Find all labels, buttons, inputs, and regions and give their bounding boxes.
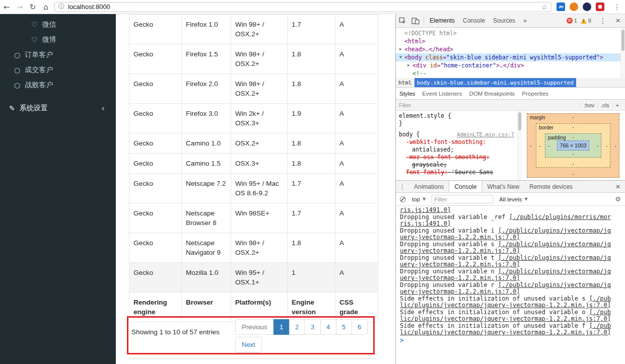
console-message: Dropping unused variable n [./public/plu…	[400, 268, 612, 282]
drawer-tab-animations[interactable]: Animations	[409, 181, 449, 192]
scrollbar-thumb[interactable]	[621, 30, 624, 51]
message-text: Dropping unused variable n	[400, 268, 498, 275]
console-message: Side effects in initialization of unused…	[400, 323, 612, 336]
console-prompt[interactable]: >	[400, 337, 612, 344]
dom-tree-line[interactable]: <html>	[396, 37, 625, 45]
drawer-tab-what-s-new[interactable]: What's New	[482, 181, 524, 192]
new-style-rule-icon[interactable]: +	[612, 102, 622, 108]
devtools-tab-elements[interactable]: Elements	[426, 14, 459, 28]
forward-icon[interactable]: →	[13, 3, 26, 12]
chevron-down-icon: ▼	[423, 197, 426, 201]
boxmodel-value: -	[572, 151, 574, 157]
pagination-page-4[interactable]: 4	[320, 319, 336, 335]
box-model-padding[interactable]: padding 766 × 1003 ----	[545, 133, 601, 158]
tree-arrow-icon[interactable]: ▶	[406, 61, 411, 69]
message-source-link[interactable]: ris.js:1491,0]	[400, 206, 451, 213]
table-cell: 1.7	[288, 203, 335, 233]
sidebar-item-settings[interactable]: ✎ 系统设置 ‹	[0, 100, 116, 117]
devtools-menu-icon[interactable]: ⋮	[595, 17, 611, 25]
code-segment: "skin-blue sidebar-mini wysihtml5-suppor…	[446, 54, 600, 61]
box-model-content[interactable]: 766 × 1003	[557, 140, 589, 151]
stylesheet-link[interactable]: AdminLTE.min.css:7	[457, 131, 514, 138]
extension-orange-icon[interactable]	[570, 3, 578, 11]
error-badge[interactable]: ✕ 1	[567, 18, 577, 24]
extension-red-icon[interactable]	[596, 3, 604, 11]
dom-tree-line[interactable]: ▶<div id="home-container">…</div>	[396, 61, 625, 69]
sidebar-item-label: 微信	[42, 20, 56, 29]
bookmark-star-icon[interactable]: ☆	[541, 3, 547, 11]
console-filter-input[interactable]: Filter	[432, 195, 493, 203]
sidebar-item[interactable]: ♡微信	[0, 17, 116, 32]
dom-tree-line[interactable]: <!--	[396, 69, 625, 78]
toggle-hover-state[interactable]: :hov	[580, 102, 597, 108]
more-tabs-icon[interactable]: »	[519, 14, 531, 28]
pagination-previous[interactable]: Previous	[235, 319, 274, 335]
table-cell: Gecko	[129, 233, 182, 263]
browser-menu-icon[interactable]: ⋮	[609, 3, 625, 11]
pagination-page-2[interactable]: 2	[289, 319, 305, 335]
dom-tree-line[interactable]: <!DOCTYPE html>	[396, 29, 625, 37]
scrollbar[interactable]	[517, 111, 522, 180]
devtools-tab-sources[interactable]: Sources	[489, 14, 519, 28]
log-level-select[interactable]: All levels ▼	[499, 196, 528, 202]
styles-tab-styles[interactable]: Styles	[396, 91, 419, 97]
inspect-icon[interactable]	[396, 14, 409, 27]
heart-icon: ♡	[31, 36, 38, 44]
code-segment: <html>	[404, 38, 426, 45]
sidebar-item[interactable]: ○战败客户	[0, 78, 116, 93]
dom-tree-line[interactable]: ▼<body class="skin-blue sidebar-mini wys…	[396, 53, 625, 61]
reload-icon[interactable]: ↻	[26, 3, 39, 12]
device-toolbar-icon[interactable]	[409, 14, 422, 27]
error-icon: ✕	[567, 18, 573, 24]
pagination-page-6[interactable]: 6	[352, 319, 368, 335]
clear-console-icon[interactable]	[400, 196, 406, 202]
table-cell: 1.8	[288, 74, 335, 104]
console-drawer: ⋮ AnimationsConsoleWhat's NewRemote devi…	[396, 181, 625, 364]
home-icon[interactable]: ⌂	[39, 3, 52, 12]
extension-navy-icon[interactable]	[583, 3, 591, 11]
execution-context-select[interactable]: top ▼	[412, 196, 426, 202]
console-settings-icon[interactable]: ⚙	[615, 195, 621, 203]
tree-arrow-icon[interactable]: ▶	[398, 45, 403, 53]
page-info-icon[interactable]: ⓘ	[58, 3, 64, 11]
table-row: GeckoNetscape Navigator 9Win 98+ / OSX.2…	[129, 233, 378, 263]
styles-tab-event-listeners[interactable]: Event Listeners	[419, 91, 465, 97]
toggle-class[interactable]: .cls	[597, 102, 612, 108]
scrollbar[interactable]	[620, 28, 625, 78]
pagination-page-1[interactable]: 1	[273, 319, 290, 335]
pagination-page-5[interactable]: 5	[336, 319, 352, 335]
breadcrumb-html[interactable]: html	[396, 78, 414, 87]
styles-filter-input[interactable]: Filter	[399, 102, 580, 108]
sidebar-item[interactable]: ○成交客户	[0, 62, 116, 78]
pagination-page-3[interactable]: 3	[305, 319, 321, 335]
warning-badge[interactable]: 8	[581, 18, 591, 24]
boxmodel-value: -	[548, 143, 549, 149]
scrollbar-thumb[interactable]	[518, 112, 521, 130]
styles-tab-dom-breakpoints[interactable]: DOM Breakpoints	[466, 91, 519, 97]
console-message: Dropping unused variable r [./public/plu…	[400, 282, 612, 296]
drawer-tab-console[interactable]: Console	[449, 181, 482, 192]
sidebar-item[interactable]: ○订单客户	[0, 47, 116, 62]
extension-jh-icon[interactable]: JH	[557, 3, 565, 11]
drawer-tab-remote-devices[interactable]: Remote devices	[524, 181, 578, 192]
styles-tab-properties[interactable]: Properties	[518, 91, 551, 97]
breadcrumb-body-selected[interactable]: body.skin-blue.sidebar-mini.wysihtml5-su…	[414, 78, 576, 87]
devtools-tab-console[interactable]: Console	[459, 14, 489, 28]
drawer-close-icon[interactable]: ✕	[611, 183, 625, 190]
console-message: Dropping unused variable s [./public/plu…	[400, 241, 612, 255]
sidebar-item[interactable]: ♡微博	[0, 32, 116, 47]
box-model-margin[interactable]: margin border padding 766 × 1003 ---- --…	[527, 113, 619, 178]
table-cell: Win 98SE+	[231, 203, 288, 233]
style-rule-line: -moz-osx-font-smoothing:	[399, 154, 514, 161]
dom-tree-line[interactable]: ▶<head>…</head>	[396, 45, 625, 53]
pagination-next[interactable]: Next	[235, 337, 262, 352]
url-bar[interactable]: ⓘ localhost:8000 ☆	[54, 2, 551, 12]
console-message: Dropping unused variable _ref [./public/…	[400, 214, 612, 228]
message-text: Dropping unused variable s	[400, 241, 498, 248]
box-model-border[interactable]: border padding 766 × 1003 ---- ----	[536, 123, 610, 168]
devtools-close-icon[interactable]: ✕	[611, 17, 625, 24]
drawer-menu-icon[interactable]: ⋮	[396, 183, 409, 190]
back-icon[interactable]: ←	[0, 3, 13, 12]
border-label: border	[539, 125, 553, 130]
tree-arrow-icon[interactable]: ▼	[398, 53, 403, 61]
